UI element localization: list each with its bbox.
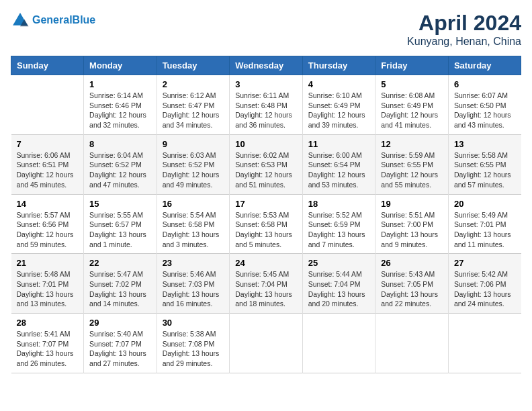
calendar-cell: 30Sunrise: 5:38 AM Sunset: 7:08 PM Dayli… xyxy=(157,314,230,373)
calendar-cell: 22Sunrise: 5:47 AM Sunset: 7:02 PM Dayli… xyxy=(84,254,157,314)
calendar-cell: 7Sunrise: 6:06 AM Sunset: 6:51 PM Daylig… xyxy=(11,134,84,194)
calendar-cell: 20Sunrise: 5:49 AM Sunset: 7:01 PM Dayli… xyxy=(448,194,521,254)
day-info: Sunrise: 5:48 AM Sunset: 7:01 PM Dayligh… xyxy=(17,269,79,309)
day-info: Sunrise: 5:46 AM Sunset: 7:03 PM Dayligh… xyxy=(163,269,224,309)
day-number: 17 xyxy=(235,199,297,209)
calendar-cell xyxy=(11,75,84,135)
logo-icon xyxy=(11,11,30,30)
day-number: 2 xyxy=(163,79,224,89)
calendar-week-0: 1Sunrise: 6:14 AM Sunset: 6:46 PM Daylig… xyxy=(11,75,521,135)
calendar-cell: 13Sunrise: 5:58 AM Sunset: 6:55 PM Dayli… xyxy=(448,134,521,194)
calendar-cell: 14Sunrise: 5:57 AM Sunset: 6:56 PM Dayli… xyxy=(11,194,84,254)
header-cell-thursday: Thursday xyxy=(302,56,375,75)
calendar-week-2: 14Sunrise: 5:57 AM Sunset: 6:56 PM Dayli… xyxy=(11,194,521,254)
calendar-cell: 25Sunrise: 5:44 AM Sunset: 7:04 PM Dayli… xyxy=(302,254,375,314)
day-number: 18 xyxy=(308,199,370,209)
header-row: SundayMondayTuesdayWednesdayThursdayFrid… xyxy=(11,56,521,75)
day-number: 5 xyxy=(381,79,443,89)
day-info: Sunrise: 6:06 AM Sunset: 6:51 PM Dayligh… xyxy=(17,150,79,190)
header-cell-wednesday: Wednesday xyxy=(230,56,303,75)
calendar-body: 1Sunrise: 6:14 AM Sunset: 6:46 PM Daylig… xyxy=(11,75,521,373)
calendar-cell: 23Sunrise: 5:46 AM Sunset: 7:03 PM Dayli… xyxy=(157,254,230,314)
calendar-cell: 24Sunrise: 5:45 AM Sunset: 7:04 PM Dayli… xyxy=(230,254,303,314)
calendar-cell: 16Sunrise: 5:54 AM Sunset: 6:58 PM Dayli… xyxy=(157,194,230,254)
day-number: 24 xyxy=(235,258,297,268)
day-info: Sunrise: 6:11 AM Sunset: 6:48 PM Dayligh… xyxy=(235,91,297,130)
calendar-cell: 1Sunrise: 6:14 AM Sunset: 6:46 PM Daylig… xyxy=(84,75,157,135)
day-info: Sunrise: 5:38 AM Sunset: 7:08 PM Dayligh… xyxy=(163,329,224,369)
calendar-cell: 11Sunrise: 6:00 AM Sunset: 6:54 PM Dayli… xyxy=(302,134,375,194)
calendar-cell xyxy=(448,314,521,373)
calendar-table: SundayMondayTuesdayWednesdayThursdayFrid… xyxy=(11,56,521,373)
day-info: Sunrise: 5:43 AM Sunset: 7:05 PM Dayligh… xyxy=(381,269,443,309)
logo: GeneralBlue xyxy=(11,11,95,30)
day-info: Sunrise: 6:00 AM Sunset: 6:54 PM Dayligh… xyxy=(308,150,370,190)
calendar-cell: 21Sunrise: 5:48 AM Sunset: 7:01 PM Dayli… xyxy=(11,254,84,314)
day-info: Sunrise: 6:12 AM Sunset: 6:47 PM Dayligh… xyxy=(163,91,224,130)
day-number: 3 xyxy=(235,79,297,89)
header-cell-monday: Monday xyxy=(84,56,157,75)
calendar-cell xyxy=(230,314,303,373)
day-info: Sunrise: 5:53 AM Sunset: 6:58 PM Dayligh… xyxy=(235,210,297,250)
day-number: 1 xyxy=(89,79,151,89)
day-number: 28 xyxy=(17,318,79,328)
day-info: Sunrise: 5:55 AM Sunset: 6:57 PM Dayligh… xyxy=(89,210,151,250)
logo-line1: General xyxy=(32,14,73,26)
day-info: Sunrise: 5:40 AM Sunset: 7:07 PM Dayligh… xyxy=(89,329,151,369)
day-info: Sunrise: 6:04 AM Sunset: 6:52 PM Dayligh… xyxy=(89,150,151,190)
calendar-cell: 8Sunrise: 6:04 AM Sunset: 6:52 PM Daylig… xyxy=(84,134,157,194)
calendar-cell: 18Sunrise: 5:52 AM Sunset: 6:59 PM Dayli… xyxy=(302,194,375,254)
logo-text: GeneralBlue xyxy=(32,14,95,26)
header-cell-friday: Friday xyxy=(375,56,449,75)
page-header: GeneralBlue April 2024 Kunyang, Henan, C… xyxy=(11,11,521,48)
calendar-cell: 6Sunrise: 6:07 AM Sunset: 6:50 PM Daylig… xyxy=(448,75,521,135)
day-info: Sunrise: 5:59 AM Sunset: 6:55 PM Dayligh… xyxy=(381,150,443,190)
day-number: 13 xyxy=(454,139,516,149)
day-number: 4 xyxy=(308,79,370,89)
header-cell-tuesday: Tuesday xyxy=(157,56,230,75)
logo-line2: Blue xyxy=(73,14,96,26)
main-title: April 2024 xyxy=(407,11,521,36)
calendar-cell xyxy=(375,314,449,373)
day-info: Sunrise: 6:02 AM Sunset: 6:53 PM Dayligh… xyxy=(235,150,297,190)
day-info: Sunrise: 5:47 AM Sunset: 7:02 PM Dayligh… xyxy=(89,269,151,309)
calendar-cell: 9Sunrise: 6:03 AM Sunset: 6:52 PM Daylig… xyxy=(157,134,230,194)
day-number: 9 xyxy=(163,139,224,149)
calendar-cell xyxy=(302,314,375,373)
day-info: Sunrise: 5:58 AM Sunset: 6:55 PM Dayligh… xyxy=(454,150,516,190)
day-number: 21 xyxy=(17,258,79,268)
calendar-cell: 26Sunrise: 5:43 AM Sunset: 7:05 PM Dayli… xyxy=(375,254,449,314)
subtitle: Kunyang, Henan, China xyxy=(407,36,521,48)
calendar-cell: 4Sunrise: 6:10 AM Sunset: 6:49 PM Daylig… xyxy=(302,75,375,135)
day-number: 25 xyxy=(308,258,370,268)
calendar-cell: 27Sunrise: 5:42 AM Sunset: 7:06 PM Dayli… xyxy=(448,254,521,314)
calendar-cell: 28Sunrise: 5:41 AM Sunset: 7:07 PM Dayli… xyxy=(11,314,84,373)
day-number: 30 xyxy=(163,318,224,328)
day-info: Sunrise: 5:54 AM Sunset: 6:58 PM Dayligh… xyxy=(163,210,224,250)
day-number: 6 xyxy=(454,79,516,89)
day-number: 27 xyxy=(454,258,516,268)
day-number: 26 xyxy=(381,258,443,268)
day-info: Sunrise: 5:41 AM Sunset: 7:07 PM Dayligh… xyxy=(17,329,79,369)
day-number: 12 xyxy=(381,139,443,149)
calendar-cell: 12Sunrise: 5:59 AM Sunset: 6:55 PM Dayli… xyxy=(375,134,449,194)
day-info: Sunrise: 5:44 AM Sunset: 7:04 PM Dayligh… xyxy=(308,269,370,309)
calendar-cell: 19Sunrise: 5:51 AM Sunset: 7:00 PM Dayli… xyxy=(375,194,449,254)
day-info: Sunrise: 6:03 AM Sunset: 6:52 PM Dayligh… xyxy=(163,150,224,190)
calendar-cell: 29Sunrise: 5:40 AM Sunset: 7:07 PM Dayli… xyxy=(84,314,157,373)
day-info: Sunrise: 5:42 AM Sunset: 7:06 PM Dayligh… xyxy=(454,269,516,309)
calendar-week-3: 21Sunrise: 5:48 AM Sunset: 7:01 PM Dayli… xyxy=(11,254,521,314)
day-number: 16 xyxy=(163,199,224,209)
day-info: Sunrise: 5:52 AM Sunset: 6:59 PM Dayligh… xyxy=(308,210,370,250)
day-info: Sunrise: 6:08 AM Sunset: 6:49 PM Dayligh… xyxy=(381,91,443,130)
day-number: 7 xyxy=(17,139,79,149)
calendar-week-4: 28Sunrise: 5:41 AM Sunset: 7:07 PM Dayli… xyxy=(11,314,521,373)
header-cell-saturday: Saturday xyxy=(448,56,521,75)
day-number: 20 xyxy=(454,199,516,209)
day-number: 22 xyxy=(89,258,151,268)
day-number: 29 xyxy=(89,318,151,328)
day-number: 10 xyxy=(235,139,297,149)
day-number: 14 xyxy=(17,199,79,209)
header-cell-sunday: Sunday xyxy=(11,56,84,75)
title-block: April 2024 Kunyang, Henan, China xyxy=(407,11,521,48)
